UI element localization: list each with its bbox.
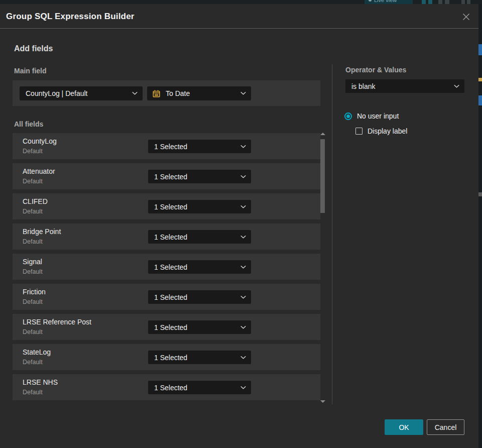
radio-button-icon [344, 113, 352, 120]
background-button-fragment [422, 0, 426, 4]
field-subtitle: Default [23, 328, 43, 335]
field-subtitle: Default [23, 298, 43, 305]
field-selected-value: 1 Selected [148, 143, 187, 151]
field-subtitle: Default [23, 268, 43, 275]
group-sql-expression-builder-dialog: Group SQL Expression Builder Add fields … [0, 4, 478, 448]
chevron-down-icon [240, 356, 246, 359]
chevron-down-icon [454, 84, 459, 88]
field-row-clifed: CLIFED Default 1 Selected [13, 193, 320, 219]
chevron-down-icon [132, 92, 138, 95]
field-selected-dropdown[interactable]: 1 Selected [148, 320, 251, 334]
field-selected-value: 1 Selected [148, 263, 187, 271]
field-row-friction: Friction Default 1 Selected [13, 284, 320, 310]
chevron-down-icon [240, 295, 246, 299]
field-name: Bridge Point [23, 228, 61, 236]
main-field-label: Main field [14, 67, 47, 75]
operator-values-label: Operator & Values [345, 66, 406, 74]
main-field-value-select-value: To Date [161, 89, 190, 97]
chevron-down-icon [240, 92, 246, 95]
field-row-bridge-point: Bridge Point Default 1 Selected [13, 223, 320, 250]
scrollbar-down-arrow[interactable] [320, 400, 325, 403]
screen: Live view Group SQL Expression Builder A… [0, 0, 482, 448]
close-button[interactable] [459, 10, 472, 23]
main-field-select-value: CountyLog | Default [20, 89, 88, 97]
field-subtitle: Default [23, 178, 43, 185]
main-field-value-select[interactable]: To Date [147, 86, 251, 100]
field-name: LRSE NHS [23, 378, 58, 386]
main-field-panel: CountyLog | Default To [13, 80, 320, 106]
background-button-fragment [438, 0, 442, 4]
cancel-button[interactable]: Cancel [427, 419, 464, 435]
scrollbar-up-arrow[interactable] [320, 133, 325, 135]
background-right-sliver [478, 4, 482, 448]
background-fragment [478, 44, 482, 55]
calendar-date-icon [152, 89, 161, 98]
field-selected-value: 1 Selected [148, 203, 187, 211]
field-name: CountyLog [23, 137, 57, 145]
field-row-signal: Signal Default 1 Selected [13, 254, 320, 280]
field-selected-dropdown[interactable]: 1 Selected [148, 351, 251, 364]
background-button-fragment [428, 0, 432, 4]
background-fragment [478, 192, 482, 196]
no-user-input-label: No user input [357, 112, 399, 120]
radio-dot [346, 115, 350, 118]
close-icon [461, 12, 471, 22]
field-subtitle: Default [23, 148, 43, 155]
field-selected-dropdown[interactable]: 1 Selected [148, 290, 251, 304]
field-subtitle: Default [23, 359, 43, 366]
field-selected-value: 1 Selected [148, 293, 187, 301]
field-row-statelog: StateLog Default 1 Selected [13, 344, 320, 370]
background-toolbar-sliver: Live view [0, 0, 482, 4]
field-subtitle: Default [23, 238, 43, 245]
field-selected-value: 1 Selected [148, 323, 187, 331]
field-selected-dropdown[interactable]: 1 Selected [148, 381, 251, 394]
chevron-down-icon [240, 175, 246, 178]
field-selected-dropdown[interactable]: 1 Selected [148, 260, 251, 274]
background-button-fragment [467, 0, 470, 4]
field-selected-value: 1 Selected [148, 173, 187, 181]
field-selected-value: 1 Selected [148, 384, 187, 392]
dialog-title: Group SQL Expression Builder [6, 4, 135, 29]
field-selected-dropdown[interactable]: 1 Selected [148, 200, 251, 213]
field-name: Signal [23, 258, 42, 266]
live-view-label: Live view [374, 0, 397, 3]
field-row-lrse-nhs: LRSE NHS Default 1 Selected [13, 374, 320, 400]
main-field-select[interactable]: CountyLog | Default [20, 86, 143, 100]
field-subtitle: Default [23, 389, 43, 396]
live-view-toggle[interactable]: Live view [365, 0, 413, 4]
display-label-text: Display label [368, 127, 407, 135]
operator-select-value: is blank [345, 82, 375, 90]
field-name: LRSE Reference Post [23, 318, 91, 326]
add-fields-heading: Add fields [14, 44, 53, 53]
operator-select[interactable]: is blank [345, 79, 464, 93]
field-selected-dropdown[interactable]: 1 Selected [148, 170, 251, 183]
background-fragment [478, 95, 482, 105]
ok-button[interactable]: OK [385, 419, 423, 435]
panel-divider [332, 64, 332, 404]
field-name: Attenuator [23, 167, 55, 175]
no-user-input-radio[interactable]: No user input [344, 112, 399, 120]
field-name: CLIFED [23, 197, 48, 205]
chevron-down-icon [240, 325, 246, 329]
field-row-countylog: CountyLog Default 1 Selected [13, 133, 320, 159]
checkbox-icon [355, 128, 363, 135]
background-button-fragment [461, 0, 465, 4]
chevron-down-icon [240, 386, 246, 389]
field-selected-value: 1 Selected [148, 233, 187, 241]
background-button-fragment [445, 0, 449, 4]
field-selected-dropdown[interactable]: 1 Selected [148, 140, 251, 153]
background-fragment [478, 78, 482, 81]
chevron-down-icon [240, 205, 246, 208]
scrollbar-thumb[interactable] [320, 139, 325, 213]
field-row-lrse-reference-post: LRSE Reference Post Default 1 Selected [13, 314, 320, 340]
field-selected-dropdown[interactable]: 1 Selected [148, 230, 251, 244]
field-selected-value: 1 Selected [148, 354, 187, 362]
chevron-down-icon [240, 265, 246, 269]
field-name: StateLog [23, 348, 51, 356]
all-fields-label: All fields [14, 120, 43, 128]
display-label-checkbox[interactable]: Display label [355, 127, 407, 135]
live-view-dot-icon [369, 0, 372, 2]
field-name: Friction [23, 288, 46, 296]
chevron-down-icon [240, 145, 246, 148]
field-row-attenuator: Attenuator Default 1 Selected [13, 163, 320, 189]
